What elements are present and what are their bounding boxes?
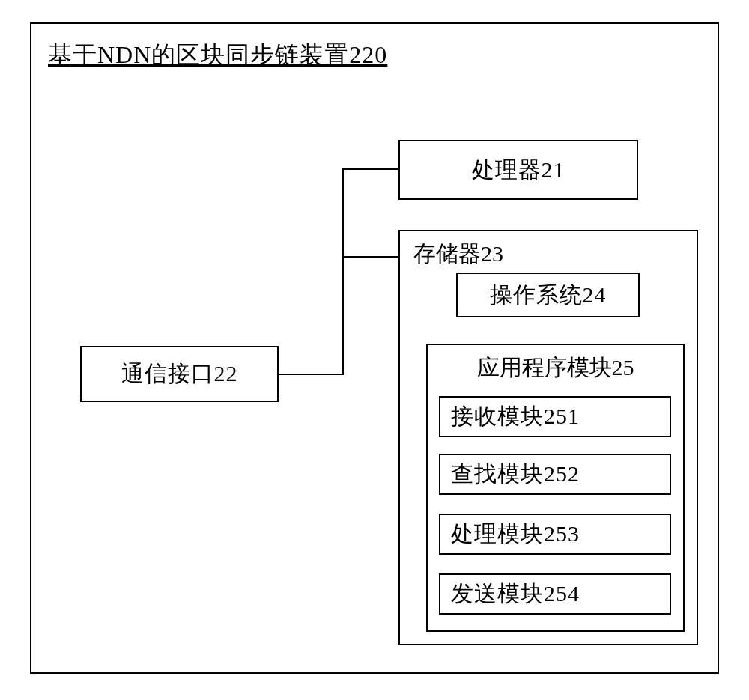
send-module-label: 发送模块254 xyxy=(440,579,580,609)
connector-to-memory xyxy=(342,256,398,258)
connector-vertical xyxy=(342,168,344,375)
process-module-label: 处理模块253 xyxy=(440,519,580,550)
receive-module-box: 接收模块251 xyxy=(439,396,671,437)
receive-module-label: 接收模块251 xyxy=(440,401,580,432)
send-module-box: 发送模块254 xyxy=(439,573,671,615)
process-module-box: 处理模块253 xyxy=(439,514,671,555)
processor-box: 处理器21 xyxy=(398,140,638,200)
memory-box: 存储器23 操作系统24 应用程序模块25 接收模块251 查找模块252 处理… xyxy=(398,230,698,645)
app-module-label: 应用程序模块25 xyxy=(428,353,683,383)
app-module-box: 应用程序模块25 接收模块251 查找模块252 处理模块253 发送模块254 xyxy=(426,344,685,632)
connector-to-comm xyxy=(279,374,344,375)
comm-interface-box: 通信接口22 xyxy=(80,346,279,402)
processor-label: 处理器21 xyxy=(472,155,565,186)
comm-interface-label: 通信接口22 xyxy=(121,359,238,389)
memory-label: 存储器23 xyxy=(413,239,503,270)
search-module-box: 查找模块252 xyxy=(439,454,671,495)
connector-to-processor xyxy=(342,168,398,170)
os-box: 操作系统24 xyxy=(456,273,640,317)
os-label: 操作系统24 xyxy=(490,280,607,311)
device-frame: 基于NDN的区块同步链装置220 处理器21 通信接口22 存储器23 操作系统… xyxy=(30,22,719,674)
diagram-title: 基于NDN的区块同步链装置220 xyxy=(48,39,387,72)
search-module-label: 查找模块252 xyxy=(440,459,580,490)
